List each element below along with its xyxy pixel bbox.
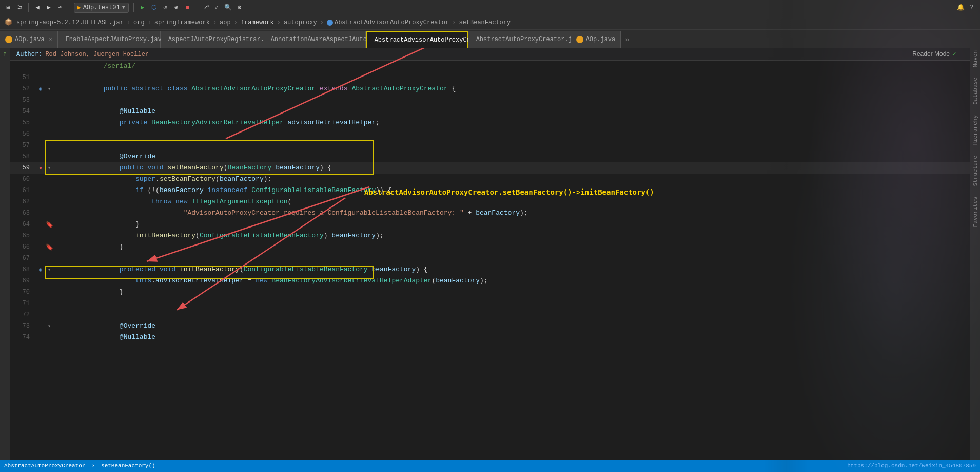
- line-num-68: 68: [10, 266, 36, 273]
- fold-52[interactable]: ▾: [48, 86, 51, 92]
- project-icon[interactable]: 🗂: [15, 4, 24, 12]
- line-num-59: 59: [10, 164, 36, 172]
- tab-label-3: AspectJAutoProxyRegistrar.java: [168, 36, 279, 43]
- tab-icon-7: [576, 36, 583, 43]
- tab-close-1[interactable]: ×: [49, 37, 52, 43]
- line-num-61: 61: [10, 187, 36, 194]
- tab-annotation-aware[interactable]: AnnotationAwareAspectJAutoProxyCreator.j…: [263, 31, 366, 48]
- tab-label-2: EnableAspectJAutoProxy.java: [66, 36, 165, 43]
- breadcrumb-org[interactable]: org: [133, 19, 145, 26]
- status-right: https://blog.csdn.net/weixin_454807859: [847, 463, 976, 469]
- breadcrumb-sep-3: ›: [213, 19, 217, 26]
- stop-icon[interactable]: ■: [184, 4, 192, 12]
- line-num-53: 53: [10, 97, 36, 104]
- profile-icon[interactable]: ⊕: [172, 4, 181, 12]
- fold-68[interactable]: ▾: [48, 267, 51, 273]
- breadcrumb-autoproxy[interactable]: autoproxy: [284, 19, 317, 26]
- tab-more-btn[interactable]: »: [621, 31, 633, 48]
- line-59-debug-icon[interactable]: ●: [39, 165, 42, 171]
- author-value: Rod Johnson, Juergen Hoeller: [45, 51, 149, 58]
- line-num-67: 67: [10, 255, 36, 262]
- run-config-dropdown[interactable]: ▼: [122, 5, 125, 10]
- line-num-69: 69: [10, 277, 36, 285]
- toolbar-right: 🔔 ?: [956, 4, 976, 12]
- app-container: ⊞ 🗂 ◀ ▶ ↶ ▶ AOp.test01 ▼ ▶ ⬡ ↺ ⊕ ■ ⎇ ✓ 🔍…: [0, 0, 980, 472]
- sep1: [28, 3, 29, 12]
- code-line-74: 74 @Nullable: [10, 332, 970, 343]
- coverage-icon[interactable]: ↺: [161, 4, 169, 12]
- project-panel-icon[interactable]: P: [1, 50, 9, 59]
- breadcrumb-sep-7: ›: [452, 19, 456, 26]
- sep2: [69, 3, 69, 12]
- line-num-74: 74: [10, 334, 36, 341]
- breadcrumb-framework[interactable]: framework: [241, 19, 274, 26]
- git-icon[interactable]: ⎇: [202, 4, 210, 12]
- run-config-label: AOp.test01: [83, 4, 120, 11]
- line-ind-59: ●: [36, 165, 45, 171]
- status-method: setBeanFactory(): [101, 463, 155, 469]
- line-gutter-59: ▾: [45, 165, 53, 171]
- line-num-56: 56: [10, 130, 36, 138]
- run-icon[interactable]: ▶: [139, 4, 147, 12]
- tab-abstract-advisor[interactable]: AbstractAdvisorAutoProxyCreator.java ×: [366, 31, 468, 48]
- notification-icon[interactable]: 🔔: [956, 4, 965, 12]
- tab-abstract-auto[interactable]: AbstractAutoProxyCreator.java ×: [468, 31, 571, 48]
- line-num-63: 63: [10, 210, 36, 217]
- tab-aop-2[interactable]: AOp.java: [571, 31, 621, 48]
- reader-mode-area: Reader Mode ✓: [912, 50, 957, 58]
- commit-icon[interactable]: ✓: [213, 4, 221, 12]
- breadcrumb-aop[interactable]: aop: [220, 19, 231, 26]
- search-icon[interactable]: 🔍: [224, 4, 232, 12]
- breadcrumb-sep-1: ›: [127, 19, 130, 26]
- line-num-55: 55: [10, 119, 36, 126]
- line-num-57: 57: [10, 142, 36, 149]
- database-panel-label[interactable]: Database: [972, 78, 978, 105]
- debug-icon[interactable]: ⬡: [150, 4, 158, 12]
- code-line-71: 71: [10, 298, 970, 309]
- code-area[interactable]: Author: Rod Johnson, Juergen Hoeller Rea…: [10, 48, 970, 460]
- structure-panel-label[interactable]: Structure: [972, 156, 978, 186]
- author-label: Author:: [16, 51, 42, 58]
- fold-73[interactable]: ▾: [48, 323, 51, 329]
- line-num-54: 54: [10, 108, 36, 115]
- line-num-72: 72: [10, 311, 36, 318]
- line-52-icon[interactable]: ◉: [39, 86, 42, 92]
- reader-mode-button[interactable]: Reader Mode ✓: [912, 50, 957, 58]
- line-num-70: 70: [10, 289, 36, 296]
- favorites-panel-label[interactable]: Favorites: [972, 197, 978, 227]
- line-68-icon[interactable]: ◉: [39, 267, 42, 273]
- breadcrumb-class[interactable]: AbstractAdvisorAutoProxyCreator: [327, 19, 449, 26]
- line-ind-68: ◉: [36, 267, 45, 273]
- line-num-64: 64: [10, 221, 36, 228]
- back-icon[interactable]: ◀: [33, 4, 42, 12]
- fold-59[interactable]: ▾: [48, 165, 51, 171]
- line-num-58: 58: [10, 153, 36, 160]
- tools-icon[interactable]: ⚙: [236, 4, 244, 12]
- maven-panel-label[interactable]: Maven: [972, 50, 978, 67]
- bookmark-66[interactable]: 🔖: [46, 243, 53, 251]
- breadcrumb-springframework[interactable]: springframework: [154, 19, 210, 26]
- menu-icon[interactable]: ⊞: [4, 4, 12, 12]
- tab-registrar[interactable]: AspectJAutoProxyRegistrar.java ×: [161, 31, 263, 48]
- annotation-label: AbstractAdvisorAutoProxyCreator.setBeanF…: [364, 188, 654, 196]
- forward-icon[interactable]: ▶: [45, 4, 53, 12]
- breadcrumb-sep-4: ›: [234, 19, 238, 26]
- hierarchy-panel-label[interactable]: Hierarchy: [972, 115, 978, 145]
- status-sep: ›: [91, 463, 95, 469]
- bookmark-64[interactable]: 🔖: [46, 221, 53, 229]
- code-lines: AbstractAdvisorAutoProxyCreator.setBeanF…: [10, 61, 970, 343]
- right-sidebar: Maven Database Hierarchy Structure Favor…: [970, 48, 980, 460]
- help-icon[interactable]: ?: [968, 4, 976, 12]
- sep3: [133, 3, 134, 12]
- tab-enable[interactable]: EnableAspectJAutoProxy.java ×: [58, 31, 161, 48]
- recent-icon[interactable]: ↶: [56, 4, 64, 12]
- code-line-serial: /serial/: [10, 61, 970, 72]
- status-link[interactable]: https://blog.csdn.net/weixin_454807859: [847, 463, 976, 469]
- main-area: P Author: Rod Johnson, Juergen Hoeller R…: [0, 48, 980, 460]
- line-num-60: 60: [10, 176, 36, 183]
- run-config[interactable]: ▶ AOp.test01 ▼: [74, 3, 129, 13]
- tab-bar: AOp.java × EnableAspectJAutoProxy.java ×…: [0, 30, 980, 48]
- breadcrumb-jar[interactable]: spring-aop-5.2.12.RELEASE.jar: [16, 19, 124, 26]
- breadcrumb-method[interactable]: setBeanFactory: [459, 19, 511, 26]
- tab-aop-1[interactable]: AOp.java ×: [0, 31, 58, 48]
